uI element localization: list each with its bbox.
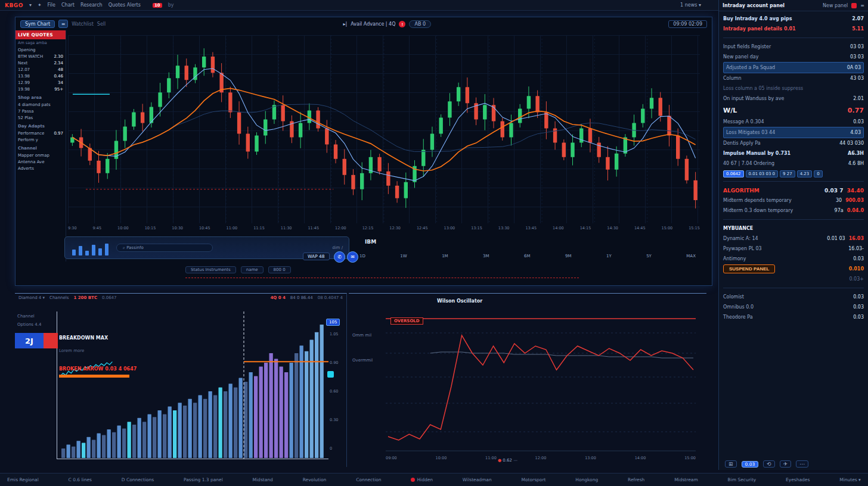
timeframe-1m[interactable]: 1M [441,254,450,258]
breakdown-channels[interactable]: Channels [49,295,69,300]
chart-tab[interactable]: 800 0 [268,266,291,273]
volume-bars-svg[interactable] [57,311,328,459]
call-icon[interactable]: ✆ [334,251,345,263]
candlestick-plot[interactable] [68,35,700,223]
watchlist-row[interactable]: Perform y [16,136,66,143]
status-item-minutes-[interactable]: Minutes ▾ [839,477,861,482]
account-row[interactable]: Loss Mitigates 03 444.03 [723,127,864,138]
status-item-c-0-6-lines[interactable]: C 0.6 lines [69,477,92,482]
menu-item-chart[interactable]: Chart [61,2,75,8]
account-row[interactable]: On input Wanduss by ave2.01 [723,94,864,104]
layout-menu-button[interactable]: ≡ [58,20,68,28]
symbol-chart-button[interactable]: Sym Chart [20,20,55,28]
watchlist-row[interactable]: 13.980.46 [16,73,66,79]
account-row[interactable]: Psywapen PL 0316.03- [723,244,864,254]
send-icon[interactable]: ✈ [780,460,792,468]
status-item-midstand[interactable]: Midstand [253,477,273,482]
account-row[interactable]: Colomist0.03 [723,292,864,302]
chart-tab[interactable]: Status Instruments [185,266,236,273]
logo-caret-icon[interactable]: ▾ [29,2,32,8]
ticker-label[interactable]: IBM [365,239,376,245]
play-icon[interactable]: ▸| [343,21,348,27]
account-row[interactable]: Midterm 0.3 down temporary97a0.04.0 [723,205,864,216]
status-item-revolution[interactable]: Revolution [303,477,327,482]
menu-item-quotes-alerts[interactable]: Quotes Alerts [108,2,141,8]
status-item-midstream[interactable]: Midstream [674,477,698,482]
value-chip[interactable]: 9 27 [780,170,795,177]
watchlist-row[interactable]: Antenna Ave [16,158,66,165]
timeframe-6m[interactable]: 6M [523,254,532,258]
news-menu[interactable]: 1 news ▾ [680,2,701,8]
suspend-panel-button[interactable]: SUSPEND PANEL [723,264,775,273]
watchlist-row[interactable]: Adverts [16,165,66,172]
account-row[interactable]: Theodore Pa0.03 [723,312,864,322]
account-row[interactable]: Dentis Apply Pa44 03 030 [723,138,864,148]
status-item-refresh[interactable]: Refresh [628,477,644,482]
account-row[interactable]: Input fields Register03 03 [723,42,864,52]
options-label[interactable]: Options 4.4 [17,322,41,327]
channel-label[interactable]: Channel [17,314,35,319]
timeframe-3m[interactable]: 3M [482,254,491,258]
account-row[interactable]: Buy Intraday 4.0 avg pips2.07 [723,14,864,24]
wap-button[interactable]: WAP 48 [303,253,330,260]
menu-item-file[interactable]: File [48,2,55,8]
status-item-d-connections[interactable]: D Connections [122,477,154,482]
watchlist-row[interactable]: 12.0748 [16,66,66,73]
watchlist-row[interactable]: BTM WATCH2.30 [16,53,66,60]
watchlist-row[interactable]: Next2.34 [16,60,66,66]
more-icon[interactable]: ⋯ [796,460,808,468]
chart-tab[interactable]: name [241,266,264,273]
watchlist-row[interactable]: 7 Passa [16,108,66,114]
timeframe-1y[interactable]: 1Y [605,254,613,258]
menu-item-research[interactable]: Research [80,2,103,8]
status-item-passing-1-3-panel[interactable]: Passing 1.3 panel [184,477,223,482]
status-item-hongkong[interactable]: Hongkong [575,477,598,482]
alert-circle-icon[interactable]: ! [399,21,405,27]
refresh-icon[interactable]: ⟲ [763,460,775,468]
alerts-badge[interactable]: 10 [153,3,162,8]
status-item-hidden[interactable]: Hidden [411,477,433,482]
account-row[interactable]: Column43 03 [723,73,864,83]
watchlist-row[interactable]: 12.9934 [16,79,66,86]
value-chip[interactable]: 0.0642 [723,170,744,177]
status-item-wilsteadman[interactable]: Wilsteadman [463,477,492,482]
account-row[interactable]: ALGORITHM0.03 734.40 [723,185,864,195]
symbol-pill[interactable]: AB 0 [409,20,431,28]
position-size-box[interactable]: 2J [15,333,58,348]
account-row[interactable]: W/L0.77 [723,104,864,117]
watchlist-label[interactable]: Watchlist [72,21,94,27]
grid-icon[interactable]: ⊞ [725,460,737,468]
stats-badge[interactable]: 0.03 [742,461,759,468]
watchlist-row[interactable]: Performance0.97 [16,130,66,136]
watchlist-row[interactable]: 4 diamond pats [16,101,66,108]
account-row[interactable]: Intraday panel details 0.015.11 [723,24,864,34]
record-icon[interactable] [851,3,857,8]
timeframe-9m[interactable]: 9M [564,254,573,258]
search-input[interactable]: ⌕ Passinfo [116,244,213,252]
timeframe-1d[interactable]: 1D [358,254,367,258]
status-item-connection[interactable]: Connection [356,477,381,482]
sell-label[interactable]: Sell [97,21,106,27]
account-row[interactable]: Midterm depends temporary30900.03 [723,195,864,205]
panel-menu-icon[interactable]: ≡ [860,3,864,8]
account-row[interactable]: Dynamic A: 140.01 0316.03 [723,233,864,244]
level-chip[interactable]: 105 [326,319,340,326]
account-row[interactable]: 0.03+ [723,274,864,284]
timeframe-max[interactable]: MAX [685,254,697,258]
account-row[interactable]: Omnibus 0.00.03 [723,302,864,312]
status-item-bim-security[interactable]: Bim Security [728,477,757,482]
account-row[interactable]: New panel day03 03 [723,52,864,62]
mail-icon[interactable]: ✉ [347,251,358,263]
account-row[interactable]: Loss column a 05 inside suppress [723,83,864,94]
breakdown-symbol[interactable]: Diamond 4 ▾ [18,295,45,300]
watchlist-row[interactable]: Opening [16,46,66,53]
value-chip[interactable]: 0 [814,170,822,177]
value-chip[interactable]: 0.01 03 03 0 [746,170,779,177]
watchlist-row[interactable]: 52 Plas [16,114,66,121]
account-row[interactable]: Antimony0.03 [723,254,864,264]
timeframe-5y[interactable]: 5Y [645,254,653,258]
new-panel-button[interactable]: New panel [823,3,848,8]
account-row[interactable]: 40 67 | 7.04 Ordering4.6 8H [723,158,864,169]
status-item-emis-regional[interactable]: Emis Regional [7,477,39,482]
value-chip[interactable]: 4.23 [797,170,813,177]
